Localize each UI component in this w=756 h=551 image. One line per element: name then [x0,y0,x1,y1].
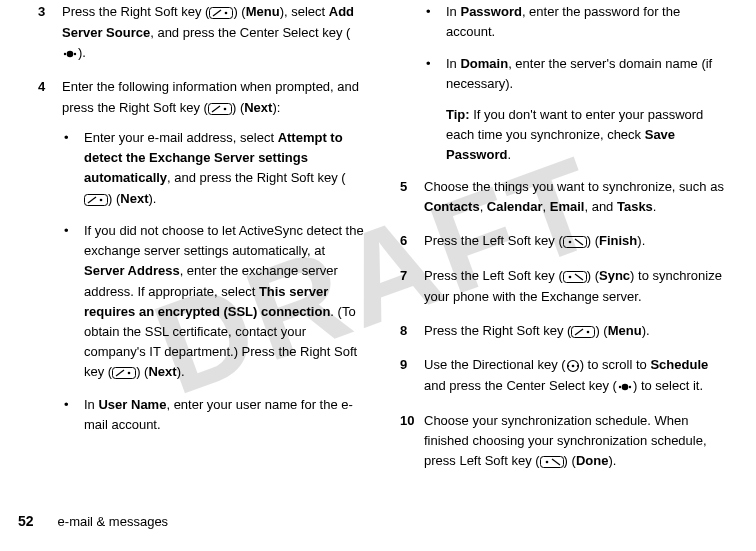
svg-line-10 [88,197,96,203]
step-3: 3 Press the Right Soft key () (Menu), se… [38,2,366,63]
bullet-item: • In Password, enter the password for th… [424,2,728,42]
directional-key-icon [566,356,580,376]
next-label: Next [148,364,176,379]
text: ). [78,45,86,60]
step-body: Enter the following information when pro… [62,77,366,447]
contacts-label: Contacts [424,199,480,214]
text: Use the Directional key ( [424,357,566,372]
bullet-text: If you did not choose to let ActiveSync … [84,221,366,383]
sync-label: Sync [599,268,630,283]
svg-point-29 [622,384,629,391]
text: . [653,199,657,214]
svg-point-27 [576,365,578,367]
text: If you did not choose to let ActiveSync … [84,223,364,258]
right-soft-key-icon [208,98,232,118]
step-4: 4 Enter the following information when p… [38,77,366,447]
svg-point-19 [568,276,571,279]
bullet-text: In Password, enter the password for the … [446,2,728,42]
text: In [446,56,460,71]
text: , [480,199,487,214]
calendar-label: Calendar [487,199,543,214]
text: ) ( [595,323,607,338]
text: . [507,147,511,162]
text: ) to scroll to [580,357,651,372]
text: , and press the Center Select key ( [150,25,350,40]
step-number: 7 [400,266,424,286]
step-body: Use the Directional key () to scroll to … [424,355,728,396]
bullet-item: • Enter your e-mail address, select Atte… [62,128,366,209]
step-number: 3 [38,2,62,22]
svg-point-28 [619,386,621,388]
step-body: Choose the things you want to synchroniz… [424,177,728,217]
text: ) ( [587,233,599,248]
right-soft-key-icon [209,2,233,22]
svg-line-7 [212,106,220,112]
tasks-label: Tasks [617,199,653,214]
svg-point-8 [224,107,227,110]
text: ). [608,453,616,468]
tip-label: Tip: [446,107,470,122]
text: , [543,199,550,214]
text: Press the Left Soft key ( [424,268,563,283]
step-9: 9 Use the Directional key () to scroll t… [400,355,728,396]
text: ): [272,100,280,115]
bullet-item: • If you did not choose to let ActiveSyn… [62,221,366,383]
svg-rect-15 [563,237,586,248]
text: In [84,397,98,412]
right-column: • In Password, enter the password for th… [400,2,728,485]
menu-label: Menu [246,4,280,19]
text: , and press the Right Soft key ( [167,170,345,185]
step-number: 9 [400,355,424,375]
bullet-item: • In Domain, enter the server's domain n… [424,54,728,165]
svg-point-25 [571,365,574,368]
svg-point-3 [64,53,66,55]
bullet-dot: • [424,2,446,42]
svg-rect-21 [572,326,595,337]
domain-label: Domain [460,56,508,71]
text: ) ( [108,191,120,206]
step-number: 8 [400,321,424,341]
step-body: Press the Right Soft key () (Menu). [424,321,728,342]
schedule-label: Schedule [650,357,708,372]
finish-label: Finish [599,233,637,248]
svg-line-22 [575,329,583,335]
text: ) ( [587,268,599,283]
svg-rect-6 [208,103,231,114]
step-10: 10 Choose your synchronization schedule.… [400,411,728,472]
svg-line-13 [116,370,124,376]
left-soft-key-icon [540,451,564,471]
svg-rect-0 [210,8,233,19]
svg-rect-18 [563,271,586,282]
right-soft-key-icon [571,321,595,341]
text: Press the Right Soft key ( [62,4,209,19]
svg-point-2 [225,12,228,15]
step-6: 6 Press the Left Soft key () (Finish). [400,231,728,252]
text: ) ( [232,100,244,115]
text: ) ( [136,364,148,379]
page-number: 52 [18,513,34,529]
left-column: 3 Press the Right Soft key () (Menu), se… [38,2,366,485]
svg-point-32 [545,461,548,464]
right-soft-key-icon [84,189,108,209]
center-select-key-icon [62,43,78,63]
text: ). [177,364,185,379]
step-number: 10 [400,411,424,431]
step-number: 5 [400,177,424,197]
server-address-label: Server Address [84,263,180,278]
next-label: Next [244,100,272,115]
step-number: 4 [38,77,62,97]
user-name-label: User Name [98,397,166,412]
step-body: Press the Left Soft key () (Sync) to syn… [424,266,728,307]
step-body: Choose your synchronization schedule. Wh… [424,411,728,472]
svg-point-30 [629,386,631,388]
bullet-text: Enter your e-mail address, select Attemp… [84,128,366,209]
text: Press the Right Soft key ( [424,323,571,338]
svg-rect-31 [540,456,563,467]
svg-line-1 [213,10,221,16]
text: ) ( [564,453,576,468]
email-label: Email [550,199,585,214]
right-soft-key-icon [112,363,136,383]
bullet-dot: • [62,395,84,435]
text: ). [148,191,156,206]
done-label: Done [576,453,609,468]
